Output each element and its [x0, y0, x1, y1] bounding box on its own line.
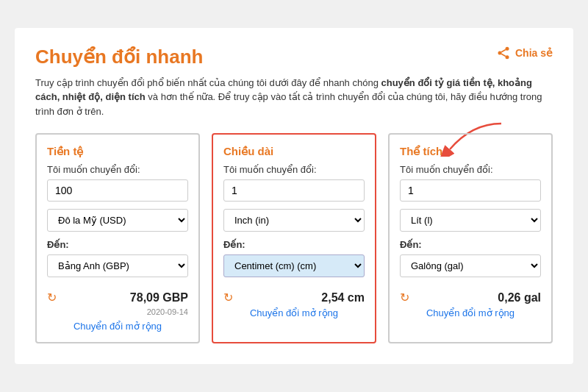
share-button[interactable]: Chia sẻ — [496, 46, 553, 60]
svg-line-3 — [501, 54, 506, 56]
length-result-row: ↻ 2,54 cm — [223, 291, 365, 304]
currency-date: 2020-09-14 — [47, 307, 188, 316]
length-to-label: Đến: — [223, 239, 365, 250]
volume-refresh-icon[interactable]: ↻ — [400, 291, 409, 304]
cards-wrapper: Tiền tệ Tôi muốn chuyển đổi: Đô la Mỹ (U… — [35, 133, 553, 343]
main-container: Chuyển đổi nhanh Chia sẻ Truy cập trình … — [15, 28, 573, 365]
volume-from-select[interactable]: Lít (l) — [400, 209, 541, 232]
length-refresh-icon[interactable]: ↻ — [223, 291, 233, 304]
currency-result-value: 78,09 GBP — [62, 291, 188, 304]
length-from-label: Tôi muốn chuyển đổi: — [223, 164, 365, 175]
volume-result-row: ↻ 0,26 gal — [400, 291, 541, 304]
currency-from-label: Tôi muốn chuyển đổi: — [47, 164, 188, 175]
currency-from-input[interactable] — [47, 179, 188, 202]
volume-from-label: Tôi muốn chuyển đổi: — [400, 164, 541, 175]
svg-point-0 — [505, 46, 509, 50]
volume-card-title: Thể tích — [400, 145, 541, 158]
currency-to-select[interactable]: Bảng Anh (GBP) — [47, 254, 188, 277]
volume-card: Thể tích Tôi muốn chuyển đổi: Lít (l) Đế… — [388, 133, 553, 343]
volume-from-input[interactable] — [400, 179, 541, 202]
length-from-select[interactable]: Inch (in) — [223, 209, 365, 232]
svg-line-4 — [501, 49, 506, 51]
volume-result-value: 0,26 gal — [415, 291, 541, 304]
page-description: Truy cập trình chuyển đổi phổ biến nhất … — [35, 76, 553, 119]
svg-point-2 — [505, 55, 509, 59]
volume-expand-link[interactable]: Chuyển đổi mở rộng — [400, 307, 541, 318]
length-from-input[interactable] — [223, 179, 365, 202]
currency-expand-link[interactable]: Chuyển đổi mở rộng — [47, 321, 188, 332]
currency-card-title: Tiền tệ — [47, 145, 188, 158]
share-label: Chia sẻ — [515, 47, 553, 59]
page-header: Chuyển đổi nhanh Chia sẻ — [35, 46, 553, 68]
share-icon — [496, 46, 511, 60]
length-expand-link[interactable]: Chuyển đổi mở rộng — [223, 307, 365, 318]
cards-grid: Tiền tệ Tôi muốn chuyển đổi: Đô la Mỹ (U… — [35, 133, 553, 343]
length-result-value: 2,54 cm — [239, 291, 365, 304]
volume-to-label: Đến: — [400, 239, 541, 250]
length-to-select[interactable]: Centimet (cm) (cm) — [223, 254, 365, 277]
currency-result-row: ↻ 78,09 GBP — [47, 291, 188, 304]
currency-card: Tiền tệ Tôi muốn chuyển đổi: Đô la Mỹ (U… — [35, 133, 200, 343]
currency-refresh-icon[interactable]: ↻ — [47, 291, 57, 304]
svg-point-1 — [498, 51, 501, 54]
length-card: Chiều dài Tôi muốn chuyển đổi: Inch (in)… — [212, 133, 376, 343]
volume-to-select[interactable]: Galông (gal) — [400, 254, 541, 277]
length-card-title: Chiều dài — [223, 145, 365, 158]
page-title: Chuyển đổi nhanh — [35, 46, 203, 68]
currency-from-select[interactable]: Đô la Mỹ (USD) — [47, 209, 188, 232]
currency-to-label: Đến: — [47, 239, 188, 250]
